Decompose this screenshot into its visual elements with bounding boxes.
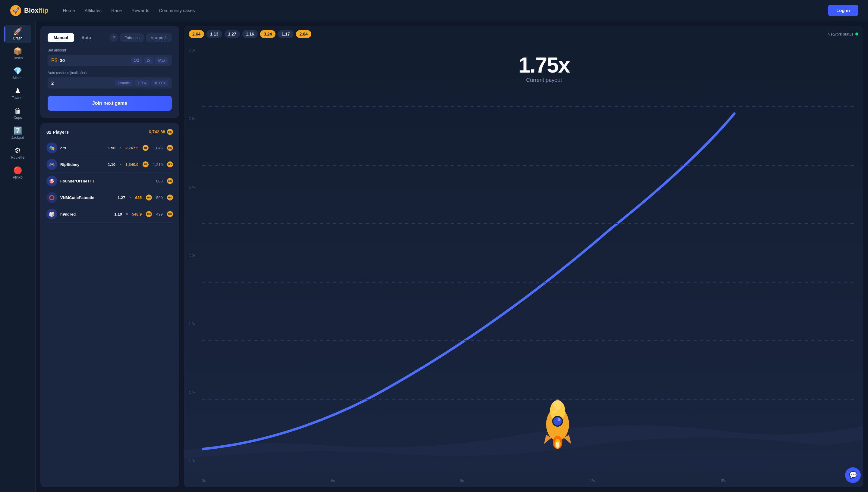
svg-point-12 [558,418,561,421]
sidebar-label-cups: Cups [13,116,22,120]
mult-badge-3[interactable]: 1.27 [225,30,240,38]
sidebar-label-roulette: Roulette [11,155,24,159]
login-button[interactable]: Log in [828,5,858,16]
cases-icon: 📦 [13,48,22,55]
y-label-7: 1.0x [189,459,195,463]
x-label-5: 15s [720,479,726,483]
sidebar-label-towers: Towers [12,96,23,100]
chart-y-labels: 3.0x 2.8x 2.4x 2.0x 1.8x 1.4x 1.0x [189,42,195,469]
nav-home[interactable]: Home [63,8,75,13]
chat-button[interactable]: 💬 [845,467,861,483]
mult-badge-1[interactable]: 2.64 [189,30,204,38]
max-bet-button[interactable]: Max [155,57,168,64]
nav-community-cases[interactable]: Community cases [159,8,195,13]
bet-tab-extras: ? Fairness Max profit [110,33,172,42]
sidebar-item-cups[interactable]: 🗑 Cups [4,104,31,123]
player-bet: 500 [156,195,163,200]
players-count: 82 Players [46,129,69,134]
navbar: 🚀 Bloxflip Home Affiliates Race Rewards … [0,0,868,21]
players-panel: 82 Players 6,742.88 R$ 🎭 crs 1.50 × 2,76… [40,123,179,487]
players-list: 🎭 crs 1.50 × 2,767.5 R$ 1,845 R$ 🎮 RipSi… [46,140,173,222]
max-profit-button[interactable]: Max profit [146,33,172,42]
y-label-1: 3.0x [189,48,195,52]
game-chart: 1.75x Current payout 3.0x 2.8x 2.4x 2.0x… [184,42,863,487]
jackpot-icon: 7️⃣ [13,127,22,134]
player-win: 1,340.9 [125,162,138,167]
player-bet: 499 [156,212,163,217]
sidebar-item-roulette[interactable]: ⚙ Roulette [4,144,31,163]
cups-icon: 🗑 [14,107,21,115]
cashout-10x-button[interactable]: 10.00x [151,80,168,87]
fairness-button[interactable]: Fairness [120,33,144,42]
x-label-2: 6s [331,479,335,483]
player-bet: 1,845 [153,146,163,150]
nav-race[interactable]: Race [111,8,122,13]
player-win: 635 [135,195,142,200]
mult-badge-7[interactable]: 2.64 [296,30,311,38]
sidebar-label-plinko: Plinko [13,175,23,179]
auto-cashout-label: Auto cashout (multiplier) [48,71,172,75]
player-name: FounderOfTheTTT [60,179,153,183]
auto-cashout-input[interactable] [51,77,115,89]
player-row: 🎯 FounderOfTheTTT 800 R$ [46,173,173,189]
player-bet: 800 [156,179,163,183]
bet-panel: Manual Auto ? Fairness Max profit Bet am… [40,26,179,118]
sidebar-item-jackpot[interactable]: 7️⃣ Jackpot [4,124,31,143]
bet-currency-icon: R$ [167,145,173,151]
left-panel: Manual Auto ? Fairness Max profit Bet am… [40,26,179,487]
logo-icon: 🚀 [10,4,22,17]
y-label-2: 2.8x [189,117,195,121]
main-layout: 🚀 Crash 📦 Cases 💎 Mines ♟ Towers 🗑 Cups … [0,21,868,492]
bet-currency-icon: R$ [167,211,173,217]
status-dot [855,32,858,35]
x-label-4: 12s [589,479,595,483]
mult-badge-2[interactable]: 1.13 [207,30,222,38]
tab-auto[interactable]: Auto [75,33,97,42]
rocket-container [531,396,585,451]
cashout-buttons: Disable 2.00x 10.00x [115,80,168,87]
players-header: 82 Players 6,742.88 R$ [46,129,173,135]
game-panel: 2.64 1.13 1.27 1.16 3.24 1.17 2.64 Netwo… [184,26,863,487]
player-row: ⭕ VNMCutiePatootie 1.27 × 635 R$ 500 R$ [46,189,173,206]
avatar: ⭕ [46,192,57,203]
half-bet-button[interactable]: 1/2 [131,57,142,64]
sidebar: 🚀 Crash 📦 Cases 💎 Mines ♟ Towers 🗑 Cups … [0,21,36,492]
y-label-6: 1.4x [189,391,195,395]
crash-curve [202,48,857,458]
auto-cashout-input-row: Disable 2.00x 10.00x [48,77,172,89]
cashout-2x-button[interactable]: 2.00x [135,80,149,87]
double-bet-button[interactable]: 2x [144,57,154,64]
sidebar-item-mines[interactable]: 💎 Mines [4,65,31,83]
player-multiplier: 1.27 [118,195,125,200]
mult-badge-5[interactable]: 3.24 [260,30,276,38]
player-name: crs [60,146,105,150]
bet-amount-input[interactable] [60,55,131,66]
sidebar-item-plinko[interactable]: 🔴 Plinko [4,164,31,182]
mult-badge-6[interactable]: 1.17 [278,30,293,38]
player-name: VNMCutiePatootie [60,195,115,200]
sidebar-item-towers[interactable]: ♟ Towers [4,84,31,103]
nav-affiliates[interactable]: Affiliates [85,8,101,13]
logo[interactable]: 🚀 Bloxflip [10,4,49,17]
sidebar-item-cases[interactable]: 📦 Cases [4,45,31,63]
win-currency-icon: R$ [146,211,152,217]
sidebar-item-crash[interactable]: 🚀 Crash [4,25,31,43]
disable-cashout-button[interactable]: Disable [115,80,133,87]
rocket-icon [531,396,585,450]
nav-rewards[interactable]: Rewards [132,8,149,13]
mult-badge-4[interactable]: 1.16 [242,30,258,38]
tab-manual[interactable]: Manual [48,33,74,42]
players-total: 6,742.88 R$ [149,129,173,135]
y-label-5: 1.8x [189,322,195,326]
bet-currency-icon: R$ [167,162,173,167]
player-row: 🎲 h9ndred 1.10 × 548.9 R$ 499 R$ [46,206,173,222]
bet-tabs: Manual Auto ? Fairness Max profit [48,33,172,42]
network-status: Network status [828,32,858,36]
join-next-game-button[interactable]: Join next game [48,96,172,111]
multiplier-bar: 2.64 1.13 1.27 1.16 3.24 1.17 2.64 Netwo… [184,26,863,42]
player-win: 548.9 [132,212,142,217]
avatar: 🎯 [46,175,57,187]
active-indicator [4,26,5,42]
question-button[interactable]: ? [110,33,118,42]
player-name: h9ndred [60,212,111,217]
